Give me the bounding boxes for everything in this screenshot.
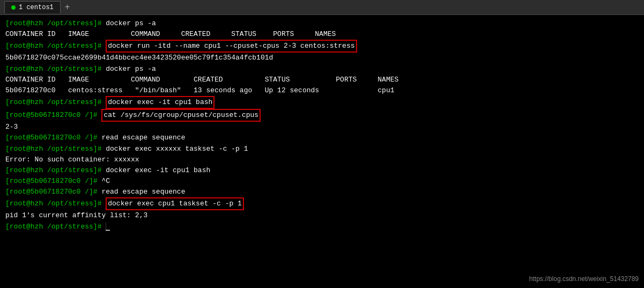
tab-plus[interactable]: + bbox=[65, 3, 70, 12]
watermark: https://blog.csdn.net/weixin_51432789 bbox=[529, 275, 639, 283]
title-bar: 1 centos1 + bbox=[0, 0, 644, 15]
tab-label: 1 centos1 bbox=[19, 4, 54, 11]
terminal: [root@hzh /opt/stress]# docker ps -a CON… bbox=[0, 15, 644, 288]
terminal-content: [root@hzh /opt/stress]# docker ps -a CON… bbox=[5, 18, 639, 232]
tab[interactable]: 1 centos1 bbox=[4, 1, 61, 13]
tab-dot bbox=[11, 5, 16, 10]
